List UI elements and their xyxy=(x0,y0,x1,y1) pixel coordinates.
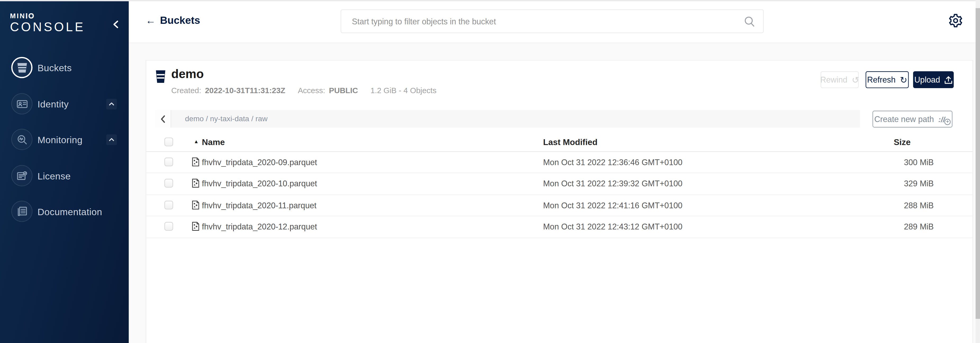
object-last-modified: Mon Oct 31 2022 12:41:16 GMT+0100 xyxy=(543,201,682,210)
object-size: 289 MiB xyxy=(904,222,934,231)
object-file-icon xyxy=(191,179,200,188)
rewind-icon: ↺ xyxy=(852,75,859,84)
upload-label: Upload xyxy=(915,75,940,84)
back-arrow-icon: ← xyxy=(146,15,156,26)
breadcrumb[interactable]: demo / ny-taxi-data / raw xyxy=(171,110,267,128)
sidebar-item-identity[interactable]: Identity xyxy=(0,93,129,115)
back-to-buckets-button[interactable]: ← Buckets xyxy=(146,14,200,26)
object-size: 329 MiB xyxy=(904,179,934,188)
window-top-border xyxy=(0,0,980,1)
refresh-button[interactable]: Refresh ↻ xyxy=(866,71,909,88)
sidebar-item-buckets[interactable]: Buckets xyxy=(0,56,129,79)
sidebar-item-label: Monitoring xyxy=(38,134,83,145)
search-input[interactable] xyxy=(341,10,763,33)
object-filter-searchbox xyxy=(340,9,764,33)
back-label: Buckets xyxy=(160,14,200,26)
sidebar-item-label: Buckets xyxy=(38,62,72,73)
sidebar: MINIO CONSOLE Buckets Identity Mon xyxy=(0,0,129,343)
sort-asc-icon: ▲ xyxy=(194,139,199,144)
identity-icon xyxy=(11,93,33,114)
object-size: 288 MiB xyxy=(904,201,934,210)
object-name[interactable]: fhvhv_tripdata_2020-12.parquet xyxy=(202,222,317,231)
row-checkbox[interactable] xyxy=(164,179,173,188)
sidebar-collapse-icon[interactable] xyxy=(111,19,121,29)
created-label: Created: xyxy=(171,86,201,95)
create-path-label: Create new path xyxy=(875,114,934,124)
path-back-button[interactable] xyxy=(156,110,171,128)
upload-icon xyxy=(945,75,953,84)
table-row[interactable]: fhvhv_tripdata_2020-12.parquet Mon Oct 3… xyxy=(146,216,973,238)
object-name[interactable]: fhvhv_tripdata_2020-09.parquet xyxy=(202,158,317,167)
create-path-icon: ://+ xyxy=(939,115,951,123)
bucket-browser-card: demo Created: 2022-10-31T11:31:23Z Acces… xyxy=(146,60,973,343)
object-name[interactable]: fhvhv_tripdata_2020-10.parquet xyxy=(202,179,317,188)
object-last-modified: Mon Oct 31 2022 12:39:32 GMT+0100 xyxy=(543,179,682,188)
minio-logo-wordmark: MINIO xyxy=(10,13,85,19)
search-icon xyxy=(744,16,756,27)
minio-console-app: MINIO CONSOLE Buckets Identity Mon xyxy=(0,0,980,343)
created-value: 2022-10-31T11:31:23Z xyxy=(205,86,285,95)
bucket-title: demo xyxy=(171,67,204,81)
table-row[interactable]: fhvhv_tripdata_2020-10.parquet Mon Oct 3… xyxy=(146,173,973,195)
bucket-usage: 1.2 GiB - 4 Objects xyxy=(371,86,436,95)
sidebar-item-license[interactable]: License xyxy=(0,164,129,187)
row-checkbox[interactable] xyxy=(164,222,173,231)
monitoring-icon xyxy=(11,129,33,150)
path-bar: demo / ny-taxi-data / raw xyxy=(156,110,860,128)
column-header-size: Size xyxy=(894,138,911,147)
buckets-icon xyxy=(11,57,33,78)
object-file-icon xyxy=(191,200,200,210)
table-row[interactable]: fhvhv_tripdata_2020-09.parquet Mon Oct 3… xyxy=(146,152,973,174)
row-checkbox[interactable] xyxy=(164,201,173,209)
bucket-actions: Rewind ↺ Refresh ↻ Upload xyxy=(821,71,954,88)
access-value: PUBLIC xyxy=(329,86,358,95)
table-row[interactable]: fhvhv_tripdata_2020-11.parquet Mon Oct 3… xyxy=(146,194,973,217)
license-icon xyxy=(11,165,33,186)
sidebar-item-label: License xyxy=(38,171,71,181)
scrollbar-track[interactable] xyxy=(975,0,980,343)
chevron-up-icon[interactable] xyxy=(107,134,117,145)
object-size: 300 MiB xyxy=(904,158,934,167)
sidebar-item-monitoring[interactable]: Monitoring xyxy=(0,128,129,151)
minio-logo: MINIO CONSOLE xyxy=(10,13,85,34)
refresh-label: Refresh xyxy=(867,75,896,84)
sidebar-item-label: Identity xyxy=(38,99,69,109)
refresh-icon: ↻ xyxy=(900,75,907,84)
bucket-meta: Created: 2022-10-31T11:31:23Z Access: PU… xyxy=(171,86,437,95)
object-last-modified: Mon Oct 31 2022 12:36:46 GMT+0100 xyxy=(543,158,682,167)
rewind-label: Rewind xyxy=(820,75,847,84)
scrollbar-thumb[interactable] xyxy=(975,8,980,319)
rewind-button[interactable]: Rewind ↺ xyxy=(821,71,859,88)
create-new-path-button[interactable]: Create new path ://+ xyxy=(873,111,953,128)
column-header-name[interactable]: Name xyxy=(202,138,225,147)
object-name[interactable]: fhvhv_tripdata_2020-11.parquet xyxy=(202,201,317,210)
sidebar-item-documentation[interactable]: Documentation xyxy=(0,200,129,223)
topbar: ← Buckets xyxy=(129,0,980,43)
select-all-checkbox[interactable] xyxy=(164,138,173,146)
column-header-last-modified: Last Modified xyxy=(543,138,598,147)
logo-min: MIN xyxy=(10,12,25,19)
object-file-icon xyxy=(191,222,200,231)
object-file-icon xyxy=(191,157,200,167)
settings-gear-icon[interactable] xyxy=(948,13,963,28)
bucket-icon xyxy=(156,70,165,83)
object-last-modified: Mon Oct 31 2022 12:43:12 GMT+0100 xyxy=(543,222,682,231)
access-label: Access: xyxy=(298,86,325,95)
table-header: ▲ Name Last Modified Size xyxy=(146,133,973,152)
upload-button[interactable]: Upload xyxy=(913,71,954,88)
row-checkbox[interactable] xyxy=(164,158,173,166)
chevron-up-icon[interactable] xyxy=(107,99,117,109)
documentation-icon xyxy=(11,201,33,222)
sidebar-item-label: Documentation xyxy=(38,206,102,217)
console-logo-text: CONSOLE xyxy=(10,21,85,34)
logo-io: IO xyxy=(25,12,35,19)
